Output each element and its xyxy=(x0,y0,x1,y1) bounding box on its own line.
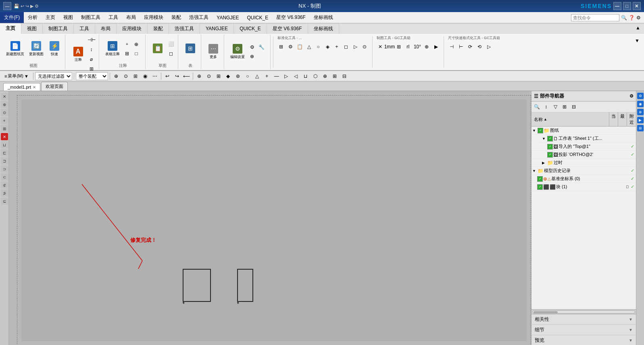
std9-button[interactable]: ▷ xyxy=(351,42,360,51)
menu-trigger-button[interactable]: ≡ 菜单(M) ▼ xyxy=(2,72,31,80)
ri3-button[interactable]: ⊕ xyxy=(637,109,644,115)
ann1-button[interactable]: + xyxy=(123,40,131,49)
ann3-button[interactable]: ⊞ xyxy=(123,49,131,58)
t2-btn6[interactable]: ↩ xyxy=(163,72,172,80)
std3-button[interactable]: 📋 xyxy=(295,42,304,51)
lp-btn7[interactable]: ⊐ xyxy=(1,157,8,164)
std4-button[interactable]: △ xyxy=(304,42,313,51)
menu-haoqiang[interactable]: 浩强工具 xyxy=(185,12,213,23)
lp-btn10[interactable]: ⊄ xyxy=(1,181,8,189)
t2-btn20[interactable]: ⊔ xyxy=(301,72,310,80)
lp-btn9[interactable]: ⊂ xyxy=(1,173,8,181)
menu-coord-drawing[interactable]: 坐标画线 xyxy=(310,12,337,23)
std10-button[interactable]: ⊙ xyxy=(360,42,369,51)
t2-btn15[interactable]: △ xyxy=(253,72,262,80)
menu-drafting-tools[interactable]: 制图工具 xyxy=(77,12,104,23)
lp-btn11[interactable]: ⊅ xyxy=(1,189,8,197)
nav-sort-button[interactable]: ↕ xyxy=(542,102,550,111)
ribbon-tab-yangjee[interactable]: YANGJEE xyxy=(200,23,234,34)
ribbon-tab-home[interactable]: 主页 xyxy=(0,23,21,34)
ri1-button[interactable]: ⚙ xyxy=(637,93,644,99)
lp-close-red-btn[interactable]: ✕ xyxy=(1,133,8,140)
t2-btn12[interactable]: ◆ xyxy=(224,72,233,80)
t2-btn18[interactable]: ▷ xyxy=(282,72,291,80)
expand-drawings[interactable]: ▼ xyxy=(532,129,537,133)
search-input[interactable] xyxy=(571,14,619,21)
t2-btn21[interactable]: ⬡ xyxy=(311,72,320,80)
edit-settings-btn[interactable]: ⚙ 编辑设置 xyxy=(228,43,247,61)
lp-btn1[interactable]: ⊕ xyxy=(1,101,8,108)
nav-search-button[interactable]: 🔍 xyxy=(532,102,541,111)
t2-btn4[interactable]: ◉ xyxy=(141,72,150,80)
gc6-button[interactable]: ⊕ xyxy=(422,42,431,51)
lp-btn12[interactable]: ⊆ xyxy=(1,197,8,205)
filter-select[interactable]: 无选择过滤器 xyxy=(35,72,72,80)
nav-filter-button[interactable]: ▽ xyxy=(551,102,560,111)
minimize-button[interactable]: — xyxy=(3,2,11,10)
nav-relevance[interactable]: 相关性 ▼ xyxy=(531,314,636,325)
ribbon-tab-assembly[interactable]: 装配 xyxy=(148,23,169,34)
ann4-button[interactable]: □ xyxy=(132,49,141,58)
tree-item-block[interactable]: ✓ ⬛ ⬛ 块 (1) 🗋 ✓ xyxy=(531,183,636,191)
check-top[interactable]: ✓ xyxy=(547,144,553,150)
t2-btn19[interactable]: ◁ xyxy=(292,72,300,80)
tab-model[interactable]: _model1.prt ✕ xyxy=(3,83,40,91)
ribbon-collapse-button[interactable]: ▲ xyxy=(634,23,642,32)
more-btn[interactable]: ⋯ 更多 xyxy=(205,43,221,61)
dim2-button[interactable]: ↕ xyxy=(87,45,96,54)
ribbon-tab-coord[interactable]: 坐标画线 xyxy=(308,23,339,34)
dim3-button[interactable]: ⌀ xyxy=(87,55,96,64)
nav-horizontal-scrollbar[interactable] xyxy=(531,309,636,314)
sf1-button[interactable]: ⊣ xyxy=(447,42,456,51)
ribbon-tab-star[interactable]: 星空 V6.936F xyxy=(267,23,308,34)
std5-button[interactable]: ○ xyxy=(314,42,323,51)
t2-btn22[interactable]: ⊕ xyxy=(321,72,329,80)
drawing-canvas[interactable]: 修复完成！ ✦ ✦ xyxy=(9,91,531,345)
nav-preview[interactable]: 预览 ▼ xyxy=(531,335,636,345)
tree-item-expired[interactable]: ▶ 📁 过时 xyxy=(531,159,636,167)
ri4-button[interactable]: ▶ xyxy=(637,117,644,123)
expand-expired[interactable]: ▶ xyxy=(542,161,547,165)
es2-button[interactable]: 🔧 xyxy=(257,43,266,52)
gc5-button[interactable]: 10° xyxy=(413,42,422,51)
t2-btn23[interactable]: ⊞ xyxy=(330,72,339,80)
menu-app-modules[interactable]: 应用模块 xyxy=(140,12,167,23)
t2-btn16[interactable]: + xyxy=(263,72,271,80)
tree-item-model-history[interactable]: ▼ 📁 模型历史记录 ✓ xyxy=(531,167,636,175)
menu-yangjee[interactable]: YANGJEE xyxy=(213,12,243,23)
es3-button[interactable]: ⊕ xyxy=(248,52,256,61)
gc7-button[interactable]: ▶ xyxy=(431,42,440,51)
lp-btn2[interactable]: ⊙ xyxy=(1,109,8,116)
window-close-button[interactable]: ✕ xyxy=(633,2,641,10)
ri5-button[interactable]: ⊞ xyxy=(637,125,644,131)
assembly-select[interactable]: 整个装配 xyxy=(76,72,108,80)
sf2-button[interactable]: ⊢ xyxy=(456,42,465,51)
search-icon[interactable]: 🔍 xyxy=(621,15,627,21)
ribbon-tab-appmod[interactable]: 应用模块 xyxy=(117,23,148,34)
t2-btn14[interactable]: ○ xyxy=(243,72,252,80)
gc4-button[interactable]: rI xyxy=(404,42,413,51)
ri2-button[interactable]: ◉ xyxy=(637,101,644,107)
lp-btn6[interactable]: ⊏ xyxy=(1,149,8,156)
sh2-button[interactable]: ◻ xyxy=(167,49,175,58)
window-maximize-button[interactable]: □ xyxy=(623,2,631,10)
lp-btn4[interactable]: ⊞ xyxy=(1,125,8,132)
check-coord[interactable]: ✓ xyxy=(537,176,543,182)
check-block[interactable]: ✓ xyxy=(537,184,543,190)
ribbon-tab-drafting[interactable]: 制图工具 xyxy=(43,23,74,34)
new-sheet-button[interactable]: 📄 新建图纸页 xyxy=(4,40,26,58)
std7-button[interactable]: + xyxy=(332,42,341,51)
check-ortho[interactable]: ✓ xyxy=(547,152,553,158)
nav-collapse-button[interactable]: ⊟ xyxy=(569,102,578,111)
gc2-button[interactable]: 1mm xyxy=(385,42,394,51)
sf4-button[interactable]: ⟲ xyxy=(475,42,484,51)
menu-home[interactable]: 主页 xyxy=(42,12,59,23)
std2-button[interactable]: ⚙ xyxy=(286,42,295,51)
ribbon-tab-view[interactable]: 视图 xyxy=(21,23,43,34)
t2-btn17[interactable]: — xyxy=(272,72,281,80)
nav-collapse-icon[interactable]: ☰ xyxy=(534,94,538,99)
es1-button[interactable]: ⚙ xyxy=(248,43,256,52)
menu-file[interactable]: 文件(F) xyxy=(0,12,24,23)
sheet-btn[interactable]: 📋 xyxy=(150,42,166,55)
std1-button[interactable]: ⊞ xyxy=(277,42,286,51)
